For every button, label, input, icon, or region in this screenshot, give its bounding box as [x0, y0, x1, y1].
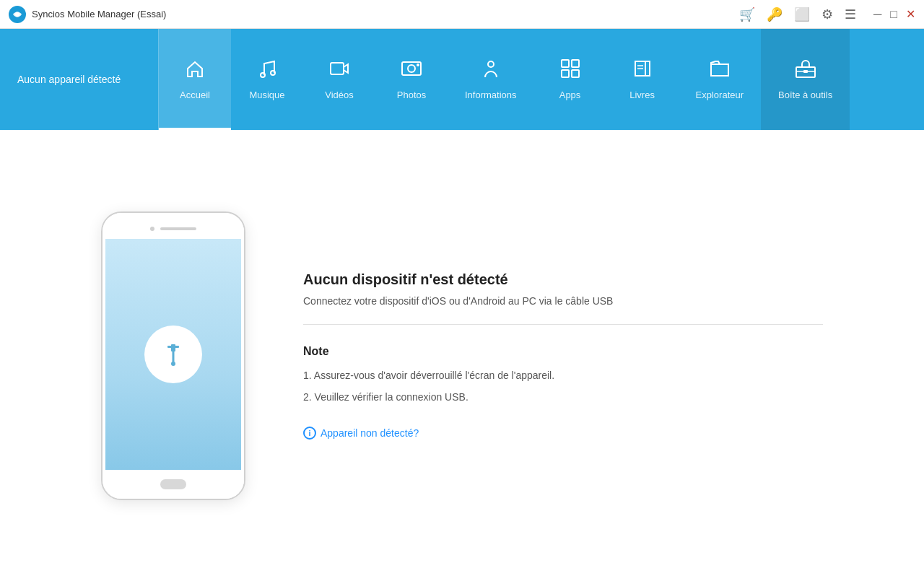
tab-videos[interactable]: Vidéos [303, 29, 375, 130]
minimize-button[interactable]: ─ [873, 9, 881, 20]
usb-plug-icon [160, 341, 186, 367]
divider [303, 324, 823, 325]
key-icon[interactable]: 🔑 [767, 6, 783, 22]
no-device-title: Aucun dispositif n'est détecté [303, 271, 823, 288]
svg-rect-10 [572, 60, 579, 67]
maximize-button[interactable]: □ [890, 9, 897, 20]
svg-point-2 [261, 73, 265, 77]
note-item-2: 2. Veuillez vérifier la connexion USB. [303, 388, 823, 406]
svg-rect-4 [331, 63, 344, 74]
device-not-detected-link[interactable]: i Appareil non détecté? [303, 427, 823, 440]
phone-home-button [160, 479, 186, 489]
tab-informations[interactable]: Informations [448, 29, 534, 130]
tab-explorateur[interactable]: Explorateur [679, 29, 761, 130]
tab-musique-label: Musique [249, 89, 284, 100]
svg-point-6 [408, 65, 415, 72]
phone-top-bar [103, 213, 244, 239]
tab-explorateur-label: Explorateur [696, 89, 744, 100]
no-device-desc: Connectez votre dispositif d'iOS ou d'An… [303, 295, 823, 307]
tab-informations-label: Informations [465, 89, 517, 100]
svg-point-1 [15, 12, 19, 17]
tab-accueil[interactable]: Accueil [159, 29, 231, 130]
app-title: Syncios Mobile Manager (Essai) [32, 9, 166, 19]
note-title: Note [303, 345, 823, 358]
svg-point-22 [171, 362, 175, 366]
toolbox-icon [794, 57, 817, 84]
book-icon [631, 57, 654, 84]
device-link-text: Appareil non détecté? [321, 427, 419, 439]
phone-illustration [101, 211, 245, 500]
window-icon[interactable]: ⬜ [794, 6, 810, 22]
svg-point-7 [417, 64, 419, 66]
phone-screen [105, 239, 241, 470]
window-controls: ─ □ ✕ [873, 9, 915, 20]
cart-icon[interactable]: 🛒 [739, 6, 755, 22]
content-inner: Aucun dispositif n'est détecté Connectez… [101, 211, 823, 500]
svg-rect-18 [803, 70, 808, 73]
info-circle-icon: i [303, 427, 316, 440]
tab-accueil-label: Accueil [180, 89, 210, 100]
phone-speaker [160, 227, 196, 230]
video-icon [328, 57, 351, 84]
svg-point-3 [271, 71, 275, 75]
close-button[interactable]: ✕ [906, 9, 915, 20]
svg-rect-12 [572, 70, 579, 77]
apps-icon [559, 57, 582, 84]
photo-icon [400, 57, 423, 84]
home-icon [183, 57, 206, 84]
svg-point-8 [488, 61, 494, 67]
folder-icon [708, 57, 731, 84]
note-list: 1. Assurez-vous d'avoir déverrouillé l'é… [303, 367, 823, 406]
settings-icon[interactable]: ⚙ [821, 6, 833, 22]
info-panel: Aucun dispositif n'est détecté Connectez… [303, 271, 823, 439]
menu-icon[interactable]: ☰ [845, 6, 856, 22]
tab-apps-label: Apps [559, 89, 581, 100]
title-bar-right: 🛒 🔑 ⬜ ⚙ ☰ ─ □ ✕ [739, 6, 915, 22]
main-content: Aucun dispositif n'est détecté Connectez… [0, 130, 924, 581]
phone-body [101, 211, 245, 500]
music-icon [256, 57, 279, 84]
phone-camera [150, 227, 154, 231]
phone-bottom [103, 470, 244, 499]
svg-rect-20 [167, 346, 179, 348]
app-logo-icon [9, 6, 26, 23]
tab-photos-label: Photos [397, 89, 426, 100]
info-icon [479, 57, 502, 84]
tab-livres[interactable]: Livres [606, 29, 679, 130]
tab-livres-label: Livres [629, 89, 655, 100]
tab-boite-outils[interactable]: Boîte à outils [761, 29, 850, 130]
title-bar: Syncios Mobile Manager (Essai) 🛒 🔑 ⬜ ⚙ ☰… [0, 0, 924, 29]
tab-videos-label: Vidéos [325, 89, 354, 100]
device-label: Aucun appareil détecté [0, 29, 159, 130]
nav-tabs: Accueil Musique Vidéos [159, 29, 924, 130]
tab-boite-outils-label: Boîte à outils [778, 89, 832, 100]
title-bar-left: Syncios Mobile Manager (Essai) [9, 6, 166, 23]
nav-bar: Aucun appareil détecté Accueil Musique [0, 29, 924, 130]
tab-apps[interactable]: Apps [534, 29, 606, 130]
tab-photos[interactable]: Photos [375, 29, 448, 130]
tab-musique[interactable]: Musique [231, 29, 303, 130]
svg-rect-11 [562, 70, 569, 77]
svg-rect-9 [562, 60, 569, 67]
note-item-1: 1. Assurez-vous d'avoir déverrouillé l'é… [303, 367, 823, 385]
phone-usb-circle [144, 326, 202, 383]
